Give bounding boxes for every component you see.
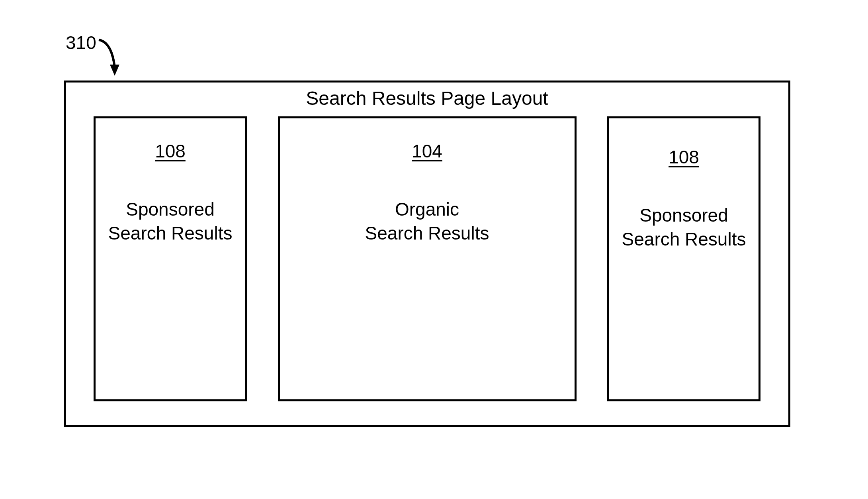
organic-results-panel: 104 Organic Search Results [278, 116, 577, 401]
panel-label-line1: Organic [395, 199, 459, 220]
arrow-icon [96, 36, 127, 80]
panels-row: 108 Sponsored Search Results 104 Organic… [66, 112, 788, 423]
sponsored-results-right-panel: 108 Sponsored Search Results [607, 116, 760, 401]
panel-reference-number: 108 [669, 146, 699, 168]
layout-container: Search Results Page Layout 108 Sponsored… [64, 81, 790, 427]
panel-label-line2: Search Results [622, 229, 746, 250]
panel-reference-number: 104 [412, 140, 442, 162]
panel-label: Organic Search Results [365, 198, 489, 246]
svg-marker-0 [110, 65, 119, 76]
figure-reference-number: 310 [66, 32, 96, 53]
panel-label-line1: Sponsored [126, 199, 215, 220]
panel-reference-number: 108 [155, 140, 186, 162]
container-title: Search Results Page Layout [66, 83, 788, 112]
panel-label-line2: Search Results [365, 223, 489, 244]
panel-label: Sponsored Search Results [622, 204, 746, 251]
panel-label-line1: Sponsored [639, 205, 728, 226]
sponsored-results-left-panel: 108 Sponsored Search Results [94, 116, 247, 401]
panel-label-line2: Search Results [108, 223, 233, 244]
panel-label: Sponsored Search Results [108, 198, 233, 246]
